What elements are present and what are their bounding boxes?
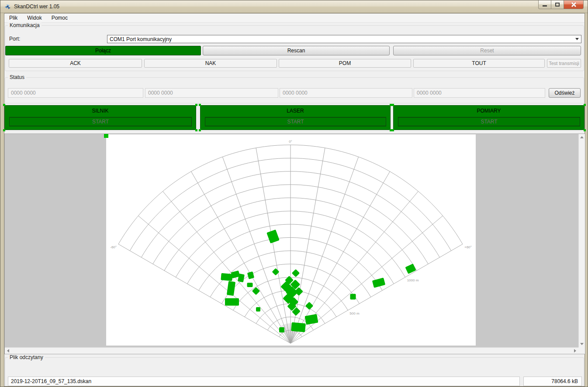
panel-corner-handle xyxy=(3,129,5,131)
group-plik-odczytany: Plik odczytany 2019-12-20T16_09_57_135.d… xyxy=(5,357,584,386)
panel-corner-handle xyxy=(392,104,394,106)
menubar: Plik Widok Pomoc xyxy=(4,14,585,23)
file-status-label: Plik odczytany xyxy=(8,354,45,360)
scan-blob xyxy=(292,269,300,277)
refresh-button[interactable]: Odśwież xyxy=(549,88,581,98)
panel-corner-handle xyxy=(195,104,197,106)
panel-pomiary: POMIARY START xyxy=(393,105,585,130)
scan-blob xyxy=(291,322,306,332)
reset-button[interactable]: Reset xyxy=(393,46,581,55)
app-window: SkanDCtrl wer 1.05 Plik Widok Pomoc Komu… xyxy=(0,0,588,387)
panel-silnik: SILNIK START xyxy=(4,105,196,130)
scan-blob xyxy=(266,229,280,243)
silnik-start-button[interactable]: START xyxy=(9,117,192,126)
pom-button[interactable]: POM xyxy=(279,59,411,68)
scan-blob xyxy=(256,307,260,312)
group-komunikacja: Komunikacja Port: COM1 Port komunikacyjn… xyxy=(5,25,584,71)
connect-button[interactable]: Połącz xyxy=(5,46,201,55)
window-title: SkanDCtrl wer 1.05 xyxy=(14,0,59,13)
app-icon xyxy=(4,3,11,10)
titlebar[interactable]: SkanDCtrl wer 1.05 xyxy=(0,0,588,13)
scan-blob xyxy=(227,281,235,296)
scan-blob xyxy=(225,298,239,306)
scan-origin-marker xyxy=(104,134,108,138)
polar-scan-chart: 0°-60°+60°1000 m500 m xyxy=(106,134,476,346)
close-icon xyxy=(571,2,577,7)
scan-blob xyxy=(405,264,416,274)
vertical-scrollbar[interactable] xyxy=(578,134,585,347)
scan-plot: 0°-60°+60°1000 m500 m xyxy=(106,134,476,346)
panel-corner-handle xyxy=(3,104,5,106)
maximize-icon xyxy=(555,3,560,7)
group-status: Status 0000 0000 0000 0000 0000 0000 000… xyxy=(5,77,584,103)
panel-silnik-title: SILNIK xyxy=(5,108,196,114)
minimize-button[interactable] xyxy=(538,0,551,9)
scan-blob xyxy=(221,273,232,281)
nak-button[interactable]: NAK xyxy=(144,59,277,68)
panel-pomiary-title: POMIARY xyxy=(394,108,584,114)
scrollbar-corner xyxy=(578,347,585,354)
label-angle-pos60: +60° xyxy=(464,245,472,249)
label-ring-500m: 500 m xyxy=(349,312,360,315)
scroll-right-button[interactable] xyxy=(572,347,578,354)
angle-radial xyxy=(291,244,463,343)
menu-widok[interactable]: Widok xyxy=(22,14,46,23)
panel-corner-handle xyxy=(199,104,201,106)
angle-radial xyxy=(256,148,291,343)
panel-corner-handle xyxy=(199,129,201,131)
client-area: Plik Widok Pomoc Komunikacja Port: COM1 … xyxy=(4,13,585,387)
scan-blob xyxy=(372,277,385,288)
label-ring-1000m: 1000 m xyxy=(407,278,419,282)
status-field-3[interactable]: 0000 0000 xyxy=(280,88,412,98)
scan-viewport: 0°-60°+60°1000 m500 m xyxy=(5,134,578,347)
group-komunikacja-label: Komunikacja xyxy=(8,22,42,28)
angle-radial xyxy=(118,244,291,343)
laser-start-button[interactable]: START xyxy=(205,117,386,126)
filesize-field[interactable]: 78064.6 kB xyxy=(523,377,582,386)
port-combobox[interactable]: COM1 Port komunikacyjny xyxy=(107,35,581,43)
scan-scrollview: 0°-60°+60°1000 m500 m xyxy=(4,134,585,354)
rescan-button[interactable]: Rescan xyxy=(203,46,390,55)
pomiary-start-button[interactable]: START xyxy=(398,117,580,126)
panel-corner-handle xyxy=(392,129,394,131)
status-field-2[interactable]: 0000 0000 xyxy=(145,88,278,98)
scroll-down-button[interactable] xyxy=(578,341,585,347)
scroll-down-icon xyxy=(580,343,584,345)
close-button[interactable] xyxy=(564,0,584,9)
test-transmisji-button[interactable]: Test transmisji xyxy=(547,59,581,68)
scan-blob xyxy=(247,283,253,287)
menu-pomoc[interactable]: Pomoc xyxy=(47,14,73,23)
status-field-4[interactable]: 0000 0000 xyxy=(414,88,545,98)
label-angle-neg60: -60° xyxy=(110,245,117,249)
status-field-1[interactable]: 0000 0000 xyxy=(8,88,143,98)
tout-button[interactable]: TOUT xyxy=(413,59,545,68)
scroll-left-icon xyxy=(7,349,9,353)
scan-blob xyxy=(247,271,254,279)
horizontal-scrollbar[interactable] xyxy=(5,347,578,354)
group-status-label: Status xyxy=(8,74,26,80)
scroll-up-icon xyxy=(580,136,584,138)
label-angle-0: 0° xyxy=(289,140,292,144)
menu-plik[interactable]: Plik xyxy=(4,14,22,23)
port-label: Port: xyxy=(9,36,20,42)
scan-blob xyxy=(305,302,313,310)
filename-field[interactable]: 2019-12-20T16_09_57_135.dskan xyxy=(8,377,520,386)
panel-corner-handle xyxy=(195,129,197,131)
maximize-button[interactable] xyxy=(551,0,564,9)
caption-buttons xyxy=(538,0,584,9)
panel-corner-handle xyxy=(584,129,586,131)
scroll-up-button[interactable] xyxy=(578,134,585,140)
port-selected-value: COM1 Port komunikacyjny xyxy=(110,36,172,42)
scan-blob xyxy=(279,327,284,332)
chevron-down-icon xyxy=(575,38,579,40)
scroll-right-icon xyxy=(574,349,576,353)
scroll-left-button[interactable] xyxy=(5,347,11,354)
panel-corner-handle xyxy=(584,104,586,106)
angle-radial xyxy=(191,171,291,343)
ack-button[interactable]: ACK xyxy=(9,59,142,68)
panel-laser: LASER START xyxy=(200,105,391,130)
panel-laser-title: LASER xyxy=(201,108,390,114)
scan-blob xyxy=(350,294,356,300)
minimize-icon xyxy=(543,5,547,7)
